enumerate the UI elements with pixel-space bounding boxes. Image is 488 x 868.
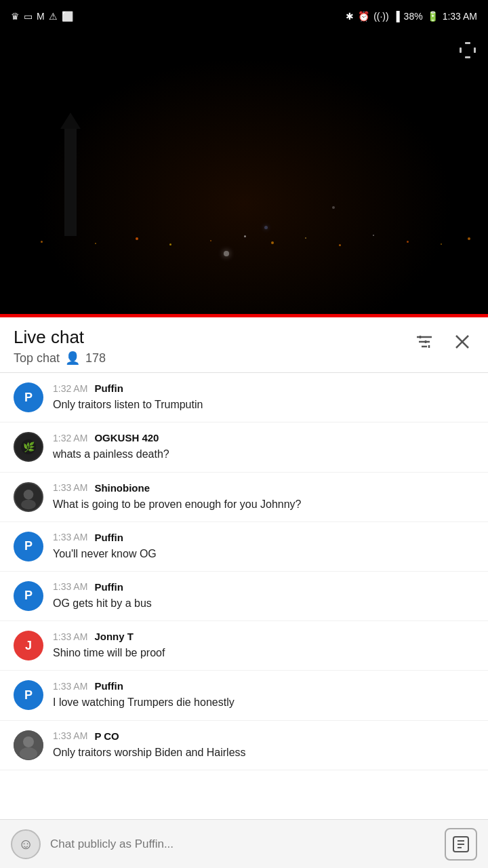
wifi-icon: ((·)) <box>373 11 389 22</box>
message-time: 1:33 AM <box>53 730 87 741</box>
message-text: OG gets hit by a bus <box>53 595 474 611</box>
message-text: What is going to be proven enough for yo… <box>53 496 474 512</box>
message-author: Puffin <box>94 382 123 394</box>
chat-header-left: Live chat Top chat 👤 178 <box>14 327 106 366</box>
message-meta: 1:33 AM P CO <box>53 730 474 742</box>
message-text: I love watching Trumpers die honestly <box>53 694 474 710</box>
message-time: 1:33 AM <box>53 482 87 493</box>
chat-header-right <box>412 330 474 354</box>
avatar <box>14 730 43 760</box>
bluetooth-icon: ✱ <box>346 11 354 22</box>
message-text: whats a painless death? <box>53 446 474 462</box>
message-meta: 1:33 AM Jonny T <box>53 631 474 642</box>
folder-icon: ▭ <box>24 11 33 22</box>
chat-messages-list: P 1:32 AM Puffin Only traitors listen to… <box>0 373 488 825</box>
top-chat-label: Top chat <box>14 351 60 366</box>
svg-point-15 <box>24 490 34 500</box>
message-author: Puffin <box>94 680 123 692</box>
alarm-icon: ⏰ <box>358 11 369 22</box>
video-progress-bar[interactable] <box>0 314 488 317</box>
table-row: 🌿 1:32 AM OGKUSH 420 whats a painless de… <box>0 422 488 472</box>
person-icon: 👤 <box>65 351 80 366</box>
chat-panel: Live chat Top chat 👤 178 <box>0 317 488 825</box>
message-text: You'll never know OG <box>53 546 474 561</box>
message-author: Puffin <box>94 532 123 543</box>
signal-icon: ▐ <box>393 11 400 22</box>
send-button[interactable] <box>445 828 477 861</box>
message-meta: 1:33 AM Shinobione <box>53 482 474 494</box>
table-row: P 1:33 AM Puffin OG gets hit by a bus <box>0 572 488 621</box>
message-text: Shino time will be proof <box>53 645 474 660</box>
battery-icon: 🔋 <box>427 11 439 22</box>
message-body: 1:32 AM Puffin Only traitors listen to T… <box>53 382 474 412</box>
avatar: P <box>14 680 43 710</box>
svg-rect-1 <box>465 42 470 44</box>
monument-silhouette <box>64 127 77 236</box>
table-row: 1:33 AM Shinobione What is going to be p… <box>0 473 488 522</box>
avatar: P <box>14 382 43 412</box>
svg-rect-3 <box>465 56 470 58</box>
video-background <box>0 33 488 317</box>
filter-button[interactable] <box>412 330 436 354</box>
svg-point-18 <box>23 736 34 747</box>
chat-title: Live chat <box>14 327 106 348</box>
table-row: J 1:33 AM Jonny T Shino time will be pro… <box>0 621 488 671</box>
emoji-icon: ☺ <box>18 835 33 853</box>
chat-header: Live chat Top chat 👤 178 <box>0 317 488 373</box>
alert-icon: ⚠ <box>49 11 58 22</box>
crown-icon: ♛ <box>11 11 20 22</box>
message-time: 1:32 AM <box>53 383 87 394</box>
status-bar: ♛ ▭ M ⚠ ⬜ ✱ ⏰ ((·)) ▐ 38% 🔋 1:33 AM <box>0 0 488 33</box>
close-button[interactable] <box>450 330 474 354</box>
avatar: 🌿 <box>14 432 43 462</box>
svg-text:🌿: 🌿 <box>23 441 35 453</box>
chat-subtitle: Top chat 👤 178 <box>14 351 106 366</box>
video-player[interactable] <box>0 33 488 317</box>
message-time: 1:33 AM <box>53 581 87 592</box>
message-body: 1:33 AM Puffin OG gets hit by a bus <box>53 581 474 611</box>
message-text: Only traitors listen to Trumputin <box>53 397 474 412</box>
table-row: P 1:32 AM Puffin Only traitors listen to… <box>0 373 488 422</box>
message-body: 1:33 AM Puffin I love watching Trumpers … <box>53 680 474 710</box>
avatar: J <box>14 631 43 660</box>
message-meta: 1:32 AM Puffin <box>53 382 474 394</box>
chat-input-bar: ☺ <box>0 819 488 868</box>
message-author: Jonny T <box>94 631 134 642</box>
message-author: Puffin <box>94 581 123 593</box>
message-author: P CO <box>94 730 119 742</box>
message-time: 1:33 AM <box>53 681 87 692</box>
message-author: OGKUSH 420 <box>94 432 159 443</box>
message-body: 1:33 AM Shinobione What is going to be p… <box>53 482 474 512</box>
city-lights <box>0 229 488 250</box>
time-display: 1:33 AM <box>443 11 477 22</box>
message-meta: 1:33 AM Puffin <box>53 532 474 543</box>
svg-rect-2 <box>474 47 476 53</box>
chat-input[interactable] <box>50 837 435 851</box>
message-body: 1:32 AM OGKUSH 420 whats a painless deat… <box>53 432 474 462</box>
battery-percent: 38% <box>404 11 423 22</box>
message-meta: 1:33 AM Puffin <box>53 581 474 593</box>
avatar <box>14 482 43 512</box>
svg-rect-0 <box>460 47 462 53</box>
message-meta: 1:32 AM OGKUSH 420 <box>53 432 474 443</box>
status-right-icons: ✱ ⏰ ((·)) ▐ 38% 🔋 1:33 AM <box>346 11 477 22</box>
message-time: 1:33 AM <box>53 532 87 542</box>
emoji-button[interactable]: ☺ <box>11 829 41 859</box>
message-body: 1:33 AM Jonny T Shino time will be proof <box>53 631 474 660</box>
viewer-count: 178 <box>85 351 106 366</box>
status-left-icons: ♛ ▭ M ⚠ ⬜ <box>11 11 73 22</box>
message-time: 1:32 AM <box>53 433 87 443</box>
avatar: P <box>14 532 43 561</box>
message-text: Only traitors worship Biden and Hairless <box>53 745 474 760</box>
table-row: P 1:33 AM Puffin I love watching Trumper… <box>0 671 488 720</box>
avatar: P <box>14 581 43 611</box>
svg-point-16 <box>21 499 36 509</box>
table-row: 1:33 AM P CO Only traitors worship Biden… <box>0 721 488 770</box>
message-body: 1:33 AM P CO Only traitors worship Biden… <box>53 730 474 760</box>
m-icon: M <box>37 11 45 22</box>
table-row: P 1:33 AM Puffin You'll never know OG <box>0 522 488 572</box>
svg-point-19 <box>20 747 37 760</box>
message-body: 1:33 AM Puffin You'll never know OG <box>53 532 474 561</box>
message-author: Shinobione <box>94 482 150 494</box>
fullscreen-icon[interactable] <box>458 41 477 64</box>
